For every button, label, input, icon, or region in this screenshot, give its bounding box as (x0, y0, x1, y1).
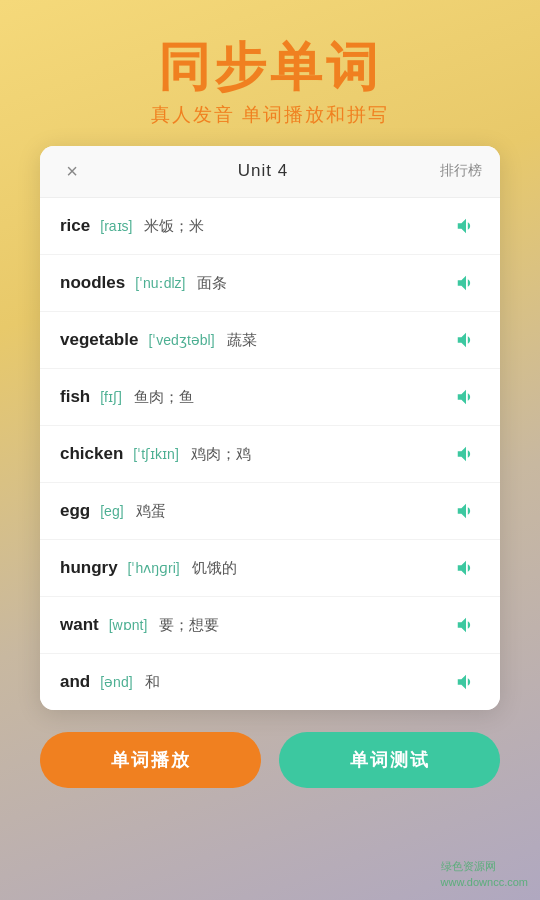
word-content: vegetable[ˈvedʒtəbl]蔬菜 (60, 330, 452, 350)
word-phonetic: [fɪʃ] (100, 389, 122, 405)
header-section: 同步单词 真人发音 单词播放和拼写 (151, 0, 389, 128)
word-chinese: 米饭；米 (144, 217, 204, 236)
card-header: × Unit 4 排行榜 (40, 146, 500, 198)
word-content: and[ənd]和 (60, 672, 452, 692)
speaker-icon[interactable] (452, 440, 480, 468)
watermark-line1: 绿色资源网 (441, 859, 528, 874)
word-content: egg[eg]鸡蛋 (60, 501, 452, 521)
word-item: noodles[ˈnuːdlz]面条 (40, 255, 500, 312)
test-button[interactable]: 单词测试 (279, 732, 500, 788)
main-title: 同步单词 (158, 38, 382, 98)
speaker-icon[interactable] (452, 611, 480, 639)
bottom-buttons: 单词播放 单词测试 (40, 732, 500, 788)
speaker-icon[interactable] (452, 668, 480, 696)
speaker-icon[interactable] (452, 554, 480, 582)
word-phonetic: [ˈnuːdlz] (135, 275, 185, 291)
word-english: noodles (60, 273, 125, 293)
word-chinese: 鸡蛋 (136, 502, 166, 521)
word-content: want[wɒnt]要；想要 (60, 615, 452, 635)
word-content: fish[fɪʃ]鱼肉；鱼 (60, 387, 452, 407)
word-chinese: 和 (145, 673, 160, 692)
word-phonetic: [ˈtʃɪkɪn] (133, 446, 178, 462)
word-chinese: 面条 (197, 274, 227, 293)
word-english: and (60, 672, 90, 692)
word-english: hungry (60, 558, 118, 578)
word-english: want (60, 615, 99, 635)
word-english: fish (60, 387, 90, 407)
speaker-icon[interactable] (452, 269, 480, 297)
speaker-icon[interactable] (452, 383, 480, 411)
word-content: noodles[ˈnuːdlz]面条 (60, 273, 452, 293)
speaker-icon[interactable] (452, 497, 480, 525)
word-phonetic: [eg] (100, 503, 123, 519)
word-english: egg (60, 501, 90, 521)
close-icon[interactable]: × (58, 160, 86, 183)
word-english: chicken (60, 444, 123, 464)
speaker-icon[interactable] (452, 326, 480, 354)
word-content: hungry[ˈhʌŋɡri]饥饿的 (60, 558, 452, 578)
word-chinese: 鸡肉；鸡 (191, 445, 251, 464)
word-list: rice[raɪs]米饭；米 noodles[ˈnuːdlz]面条 vegeta… (40, 198, 500, 710)
word-item: and[ənd]和 (40, 654, 500, 710)
word-item: chicken[ˈtʃɪkɪn]鸡肉；鸡 (40, 426, 500, 483)
word-phonetic: [wɒnt] (109, 617, 148, 633)
word-content: rice[raɪs]米饭；米 (60, 216, 452, 236)
watermark-line2: www.downcc.com (441, 875, 528, 890)
word-phonetic: [raɪs] (100, 218, 132, 234)
word-english: vegetable (60, 330, 138, 350)
word-item: want[wɒnt]要；想要 (40, 597, 500, 654)
word-phonetic: [ˈhʌŋɡri] (128, 560, 180, 576)
card-title: Unit 4 (238, 161, 288, 181)
word-content: chicken[ˈtʃɪkɪn]鸡肉；鸡 (60, 444, 452, 464)
word-chinese: 要；想要 (159, 616, 219, 635)
word-item: vegetable[ˈvedʒtəbl]蔬菜 (40, 312, 500, 369)
ranking-button[interactable]: 排行榜 (440, 162, 482, 180)
word-item: rice[raɪs]米饭；米 (40, 198, 500, 255)
word-card: × Unit 4 排行榜 rice[raɪs]米饭；米 noodles[ˈnuː… (40, 146, 500, 710)
subtitle: 真人发音 单词播放和拼写 (151, 102, 389, 128)
word-item: egg[eg]鸡蛋 (40, 483, 500, 540)
speaker-icon[interactable] (452, 212, 480, 240)
word-chinese: 鱼肉；鱼 (134, 388, 194, 407)
word-phonetic: [ˈvedʒtəbl] (148, 332, 214, 348)
word-english: rice (60, 216, 90, 236)
word-item: fish[fɪʃ]鱼肉；鱼 (40, 369, 500, 426)
watermark: 绿色资源网 www.downcc.com (441, 859, 528, 890)
play-button[interactable]: 单词播放 (40, 732, 261, 788)
word-item: hungry[ˈhʌŋɡri]饥饿的 (40, 540, 500, 597)
word-chinese: 饥饿的 (192, 559, 237, 578)
word-chinese: 蔬菜 (227, 331, 257, 350)
word-phonetic: [ənd] (100, 674, 132, 690)
